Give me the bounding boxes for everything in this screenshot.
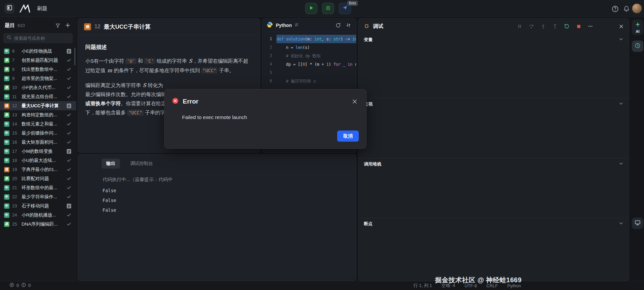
difficulty-badge: 中: [4, 94, 9, 99]
close-debug-icon[interactable]: [618, 23, 624, 29]
problem-list-item-7[interactable]: 易7创意标题匹配问题: [0, 56, 76, 65]
debug-panel-header: 调试: [358, 19, 629, 34]
paper-plane-icon: [342, 5, 348, 12]
debug-section-header-3[interactable]: 断点: [358, 218, 629, 229]
solved-check-icon: [66, 122, 71, 126]
problem-list-item-15[interactable]: 中15最少前缀操作问...: [0, 128, 76, 138]
problem-list-item-10[interactable]: 易10小F的永久代币...: [0, 83, 76, 92]
code-lines[interactable]: 1def solution(m: int, s: str) -> int:2 n…: [262, 32, 356, 85]
step-into-icon[interactable]: [540, 23, 546, 29]
screen-button[interactable]: [632, 218, 643, 229]
filter-icon[interactable]: [54, 22, 61, 29]
console-output-line: False: [103, 186, 356, 196]
help-icon[interactable]: [611, 5, 619, 12]
check-icon: [67, 140, 71, 144]
pause-icon[interactable]: [517, 23, 523, 29]
problem-list-item-24[interactable]: 中24小R的随机播放...: [0, 210, 76, 220]
problem-list-item-8[interactable]: 易8找出整数数组中...: [0, 65, 76, 74]
debug-section-header-1[interactable]: 监视: [358, 98, 629, 109]
status-item-0[interactable]: 行 1, 列 1: [413, 283, 432, 289]
switch-language-icon[interactable]: [294, 22, 299, 28]
problem-list-item-25[interactable]: 易25DNA序列编辑距...: [0, 220, 76, 229]
problem-number: 18: [12, 158, 19, 163]
check-icon: [67, 67, 71, 71]
chevron-down-icon[interactable]: [619, 221, 623, 226]
code-line-2[interactable]: 2 n = len(s): [262, 43, 356, 52]
code-line-6[interactable]: 6 # 遍历字符串 s: [262, 77, 356, 85]
reset-code-icon[interactable]: [334, 22, 342, 29]
chevron-down-icon[interactable]: [619, 101, 623, 106]
beta-badge: Beta: [347, 1, 358, 6]
problem-list-item-9[interactable]: 中9超市里的货物架...: [0, 74, 76, 83]
debug-run-button[interactable]: [322, 3, 334, 14]
debug-section-header-0[interactable]: 变量: [358, 34, 629, 45]
chevron-down-icon[interactable]: [619, 37, 623, 41]
user-avatar[interactable]: [632, 3, 642, 13]
problem-title: 找出整数数组中...: [22, 66, 64, 72]
problem-list-item-14[interactable]: 中14数组元素之和最...: [0, 119, 76, 128]
note-icon: [66, 49, 71, 54]
console-tab-0[interactable]: 输出: [101, 158, 120, 169]
ai-label: AI: [636, 29, 640, 33]
step-out-icon[interactable]: [552, 23, 558, 29]
debug-section-header-2[interactable]: 调用堆栈: [358, 158, 629, 169]
modal-cancel-button[interactable]: 取消: [337, 130, 359, 142]
problem-list-item-18[interactable]: 中18小U的最大连续...: [0, 156, 76, 165]
brand-logo-icon: [19, 4, 32, 14]
search-input[interactable]: [14, 36, 74, 41]
search-box[interactable]: [3, 33, 73, 43]
problem-list-item-22[interactable]: 中22最少字符串操作...: [0, 192, 76, 201]
problem-number: 20: [12, 176, 19, 181]
problem-list-item-13[interactable]: 易13构造特定数组的...: [0, 110, 76, 119]
problems-status[interactable]: 0 0: [9, 281, 31, 290]
notifications-bell-icon[interactable]: [623, 5, 630, 12]
problem-title: 小M的数组变换: [22, 148, 64, 154]
problem-list-item-23[interactable]: 中23石子移动问题: [0, 201, 76, 210]
solved-check-icon: [66, 222, 71, 226]
debug-section-2: 调用堆栈: [358, 158, 629, 218]
editor-header: Python: [262, 19, 356, 32]
stop-icon[interactable]: [576, 23, 582, 29]
problem-title: 小F的永久代币...: [22, 85, 64, 91]
problem-number: 16: [12, 140, 19, 145]
format-code-icon[interactable]: [345, 22, 352, 29]
error-count: 0: [17, 283, 19, 288]
problem-list-item-12[interactable]: 难12最大UCC子串计算: [0, 101, 76, 110]
modal-message: Failed to exec remote launch: [165, 106, 366, 120]
problem-list-item-20[interactable]: 易20比赛配对问题: [0, 174, 76, 183]
problem-title: 小E的怪物挑战: [22, 48, 64, 54]
modal-close-icon[interactable]: [351, 98, 358, 105]
problem-title: 小R的随机播放...: [22, 212, 64, 218]
code-line-5[interactable]: 5: [262, 68, 356, 77]
console-running-line: 代码执行中...（温馨提示：代码中: [103, 175, 356, 184]
chevron-down-icon[interactable]: [619, 161, 623, 166]
right-rail: AI: [631, 17, 644, 281]
difficulty-badge: 中: [4, 203, 9, 209]
restart-icon[interactable]: [564, 23, 570, 29]
deploy-button[interactable]: Beta: [339, 3, 351, 14]
solved-check-icon: [66, 195, 71, 199]
more-icon[interactable]: [587, 23, 593, 29]
problem-number: 12: [94, 24, 100, 30]
problem-list-item-11[interactable]: 中11观光景点组合得...: [0, 92, 76, 101]
sidebar-scrollbar[interactable]: [74, 48, 76, 65]
solved-check-icon: [66, 167, 71, 172]
debug-history-button[interactable]: [632, 40, 643, 52]
problem-list-item-17[interactable]: 中17小M的数组变换: [0, 147, 76, 156]
code-line-1[interactable]: 1def solution(m: int, s: str) -> int:: [262, 35, 356, 43]
debug-section-label: 调用堆栈: [364, 161, 381, 167]
problem-list-item-21[interactable]: 中21环形数组中的最...: [0, 183, 76, 192]
problem-list-item-19[interactable]: 难19字典序最小的01...: [0, 165, 76, 174]
problem-list-item-16[interactable]: 中16最大矩形面积问...: [0, 138, 76, 147]
problem-list-item-6[interactable]: 中6小E的怪物挑战: [0, 47, 76, 56]
app-logo-button[interactable]: [5, 4, 14, 13]
line-number: 1: [262, 35, 276, 43]
language-label[interactable]: Python: [276, 23, 292, 28]
step-over-icon[interactable]: [528, 23, 534, 29]
console-tab-1[interactable]: 调试控制台: [125, 158, 158, 169]
code-line-4[interactable]: 4 dp = [[0] * (m + 1) for _ in rang: [262, 60, 356, 68]
code-line-3[interactable]: 3 # 初始化 dp 数组: [262, 52, 356, 60]
run-button[interactable]: [305, 3, 317, 14]
ai-assistant-button[interactable]: AI: [632, 20, 643, 35]
add-problem-icon[interactable]: [64, 22, 71, 29]
